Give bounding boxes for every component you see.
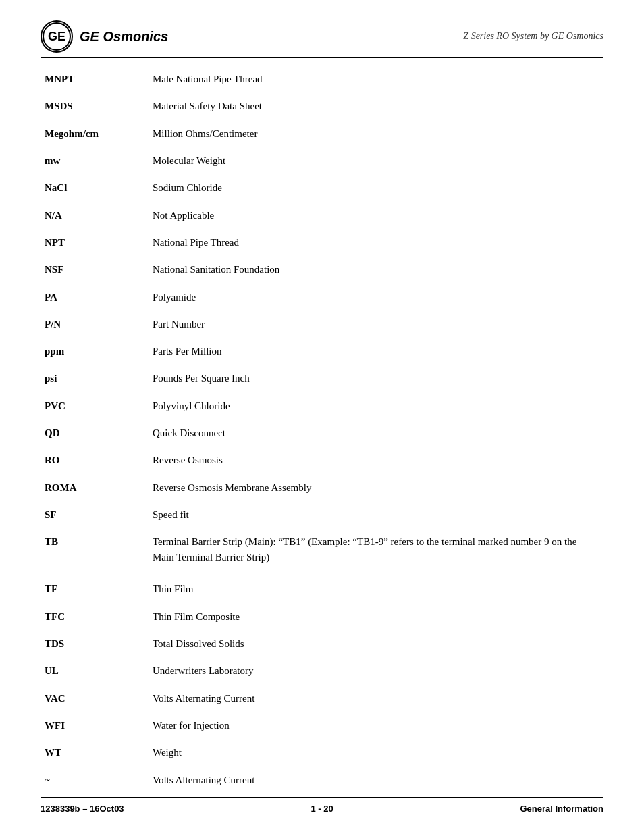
abbr-cell: psi	[41, 368, 149, 395]
definition-cell: Reverse Osmosis	[149, 450, 603, 477]
abbr-cell: WT	[41, 742, 149, 769]
table-row: WFIWater for Injection	[41, 715, 603, 742]
table-row: TFThin Film	[41, 579, 603, 606]
definition-cell: National Sanitation Foundation	[149, 259, 603, 286]
table-row: Megohm/cmMillion Ohms/Centimeter	[41, 124, 603, 151]
definition-cell: Polyamide	[149, 287, 603, 314]
definition-cell: Not Applicable	[149, 205, 603, 232]
abbr-cell: QD	[41, 423, 149, 450]
abbr-cell: RO	[41, 450, 149, 477]
definition-cell: Material Safety Data Sheet	[149, 96, 603, 123]
table-row: PVCPolyvinyl Chloride	[41, 396, 603, 423]
definition-cell: Parts Per Million	[149, 341, 603, 368]
table-row: VACVolts Alternating Current	[41, 688, 603, 715]
definition-cell: Male National Pipe Thread	[149, 69, 603, 96]
table-row: ROReverse Osmosis	[41, 450, 603, 477]
table-row: psiPounds Per Square Inch	[41, 368, 603, 395]
definition-cell: National Pipe Thread	[149, 232, 603, 259]
table-row: ppmParts Per Million	[41, 341, 603, 368]
abbr-cell: PA	[41, 287, 149, 314]
abbr-cell: ppm	[41, 341, 149, 368]
table-row: MSDSMaterial Safety Data Sheet	[41, 96, 603, 123]
definition-cell: Part Number	[149, 314, 603, 341]
footer-center: 1 - 20	[311, 804, 333, 814]
definition-cell: Water for Injection	[149, 715, 603, 742]
abbr-cell: MNPT	[41, 69, 149, 96]
page-header: GE GE Osmonics Z Series RO System by GE …	[41, 20, 603, 58]
definition-cell: Speed fit	[149, 504, 603, 531]
table-row: QDQuick Disconnect	[41, 423, 603, 450]
abbr-cell: NaCl	[41, 178, 149, 205]
abbr-cell: mw	[41, 151, 149, 178]
definition-cell: Volts Alternating Current	[149, 770, 603, 797]
table-row: WTWeight	[41, 742, 603, 769]
abbr-cell: ~	[41, 770, 149, 797]
table-row: mwMolecular Weight	[41, 151, 603, 178]
table-row: N/ANot Applicable	[41, 205, 603, 232]
abbr-cell: TFC	[41, 606, 149, 633]
table-row: SFSpeed fit	[41, 504, 603, 531]
table-row: PAPolyamide	[41, 287, 603, 314]
table-row: ~Volts Alternating Current	[41, 770, 603, 797]
definition-cell: Total Dissolved Solids	[149, 633, 603, 660]
definition-cell: Thin Film	[149, 579, 603, 606]
logo-area: GE GE Osmonics	[41, 20, 168, 53]
definition-cell: Molecular Weight	[149, 151, 603, 178]
abbr-cell: N/A	[41, 205, 149, 232]
definition-cell: Volts Alternating Current	[149, 688, 603, 715]
page: GE GE Osmonics Z Series RO System by GE …	[0, 0, 644, 834]
abbr-cell: ROMA	[41, 477, 149, 504]
definition-cell: Sodium Chloride	[149, 178, 603, 205]
abbr-cell: TB	[41, 531, 149, 579]
abbr-cell: TF	[41, 579, 149, 606]
definition-cell: Underwriters Laboratory	[149, 660, 603, 687]
definition-cell: Weight	[149, 742, 603, 769]
abbr-cell: P/N	[41, 314, 149, 341]
table-row: NPTNational Pipe Thread	[41, 232, 603, 259]
table-row: TBTerminal Barrier Strip (Main): “TB1” (…	[41, 531, 603, 579]
header-subtitle: Z Series RO System by GE Osmonics	[463, 31, 603, 42]
abbr-cell: MSDS	[41, 96, 149, 123]
abbr-cell: SF	[41, 504, 149, 531]
abbr-cell: Megohm/cm	[41, 124, 149, 151]
table-row: ROMAReverse Osmosis Membrane Assembly	[41, 477, 603, 504]
ge-logo: GE	[41, 20, 73, 53]
abbr-cell: UL	[41, 660, 149, 687]
glossary-table: MNPTMale National Pipe ThreadMSDSMateria…	[41, 69, 603, 797]
abbr-cell: WFI	[41, 715, 149, 742]
table-row: TFCThin Film Composite	[41, 606, 603, 633]
table-row: NSFNational Sanitation Foundation	[41, 259, 603, 286]
abbr-cell: VAC	[41, 688, 149, 715]
table-row: TDSTotal Dissolved Solids	[41, 633, 603, 660]
company-name: GE Osmonics	[80, 29, 168, 45]
definition-cell: Terminal Barrier Strip (Main): “TB1” (Ex…	[149, 531, 603, 579]
footer-left: 1238339b – 16Oct03	[41, 804, 124, 814]
definition-cell: Polyvinyl Chloride	[149, 396, 603, 423]
abbr-cell: TDS	[41, 633, 149, 660]
definition-cell: Reverse Osmosis Membrane Assembly	[149, 477, 603, 504]
page-footer: 1238339b – 16Oct03 1 - 20 General Inform…	[41, 797, 603, 814]
table-row: MNPTMale National Pipe Thread	[41, 69, 603, 96]
table-row: P/NPart Number	[41, 314, 603, 341]
definition-cell: Pounds Per Square Inch	[149, 368, 603, 395]
abbr-cell: NSF	[41, 259, 149, 286]
definition-cell: Million Ohms/Centimeter	[149, 124, 603, 151]
abbr-cell: PVC	[41, 396, 149, 423]
definition-cell: Thin Film Composite	[149, 606, 603, 633]
abbr-cell: NPT	[41, 232, 149, 259]
footer-right: General Information	[520, 804, 603, 814]
definition-cell: Quick Disconnect	[149, 423, 603, 450]
svg-text:GE: GE	[48, 30, 65, 43]
table-row: NaClSodium Chloride	[41, 178, 603, 205]
table-row: ULUnderwriters Laboratory	[41, 660, 603, 687]
